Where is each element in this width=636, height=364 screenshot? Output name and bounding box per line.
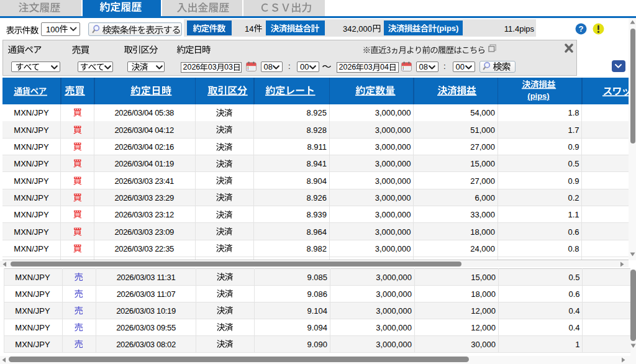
svg-text:?: ? (579, 24, 584, 34)
